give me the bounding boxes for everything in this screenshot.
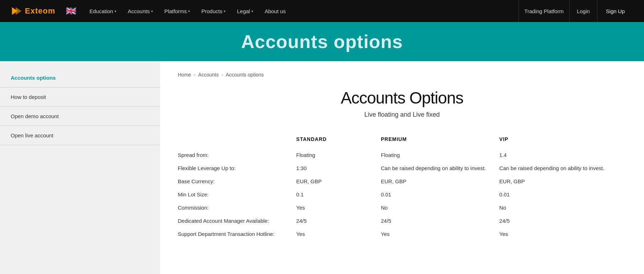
sidebar-item-open-demo[interactable]: Open demo account [0, 107, 160, 126]
col-header-vip: VIP [499, 133, 626, 147]
hero-banner: Accounts options [0, 22, 644, 61]
page-title-section: Accounts Options Live floating and Live … [178, 88, 626, 118]
vip-value: EUR, GBP [499, 175, 626, 188]
breadcrumb-home[interactable]: Home [178, 72, 191, 78]
vip-value: 0.01 [499, 188, 626, 201]
premium-value: EUR, GBP [381, 175, 499, 188]
logo-icon [11, 5, 22, 17]
language-flag[interactable]: 🇬🇧 [66, 6, 76, 16]
nav-login[interactable]: Login [570, 0, 597, 22]
chevron-right-icon: › [222, 72, 223, 77]
comparison-table: STANDARD PREMIUM VIP Spread from: Floati… [178, 133, 626, 241]
vip-value: No [499, 201, 626, 214]
table-body: Spread from: Floating Floating 1.4 Flexi… [178, 147, 626, 241]
table-row: Base Currency: EUR, GBP EUR, GBP EUR, GB… [178, 175, 626, 188]
page-subtitle: Live floating and Live fixed [178, 111, 626, 118]
vip-value: 1.4 [499, 147, 626, 162]
premium-value: Yes [381, 227, 499, 241]
standard-value: Yes [296, 227, 381, 241]
col-header-premium: PREMIUM [381, 133, 499, 147]
content-area: Home › Accounts › Accounts options Accou… [160, 61, 644, 274]
vip-value: 24/5 [499, 214, 626, 227]
sidebar-item-open-live[interactable]: Open live account [0, 126, 160, 145]
logo-text: Exteom [25, 6, 55, 16]
nav-accounts[interactable]: Accounts ▾ [122, 0, 159, 22]
table-row: Commission: Yes No No [178, 201, 626, 214]
standard-value: EUR, GBP [296, 175, 381, 188]
chevron-down-icon: ▾ [115, 9, 116, 13]
logo[interactable]: Exteom [11, 5, 55, 17]
feature-label: Commission: [178, 201, 296, 214]
feature-label: Base Currency: [178, 175, 296, 188]
navbar: Exteom 🇬🇧 Education ▾ Accounts ▾ Platfor… [0, 0, 644, 22]
chevron-right-icon: › [194, 72, 195, 77]
table-row: Spread from: Floating Floating 1.4 [178, 147, 626, 162]
sidebar-item-how-to-deposit[interactable]: How to deposit [0, 88, 160, 107]
nav-products[interactable]: Products ▾ [196, 0, 231, 22]
chevron-down-icon: ▾ [188, 9, 190, 13]
standard-value: 0.1 [296, 188, 381, 201]
breadcrumb: Home › Accounts › Accounts options [178, 72, 626, 78]
standard-value: 24/5 [296, 214, 381, 227]
feature-label: Flexible Leverage Up to: [178, 162, 296, 175]
premium-value: No [381, 201, 499, 214]
feature-label: Spread from: [178, 147, 296, 162]
chevron-down-icon: ▾ [224, 9, 225, 13]
nav-links: Education ▾ Accounts ▾ Platforms ▾ Produ… [84, 0, 633, 22]
nav-trading-platform[interactable]: Trading Platform [518, 0, 570, 22]
table-header-row: STANDARD PREMIUM VIP [178, 133, 626, 147]
premium-value: 24/5 [381, 214, 499, 227]
main-layout: Accounts options How to deposit Open dem… [0, 61, 644, 274]
nav-about[interactable]: About us [259, 0, 291, 22]
premium-value: 0.01 [381, 188, 499, 201]
table-row: Support Department Transaction Hotline: … [178, 227, 626, 241]
sidebar: Accounts options How to deposit Open dem… [0, 61, 160, 274]
standard-value: 1:30 [296, 162, 381, 175]
premium-value: Can be raised depending on ability to in… [381, 162, 499, 175]
chevron-down-icon: ▾ [151, 9, 153, 13]
vip-value: Yes [499, 227, 626, 241]
col-header-standard: STANDARD [296, 133, 381, 147]
feature-label: Dedicated Account Manager Available: [178, 214, 296, 227]
feature-label: Min Lot Size: [178, 188, 296, 201]
vip-value: Can be raised depending on ability to in… [499, 162, 626, 175]
sidebar-item-accounts-options[interactable]: Accounts options [0, 68, 160, 88]
nav-signup[interactable]: Sign Up [597, 0, 633, 22]
premium-value: Floating [381, 147, 499, 162]
nav-platforms[interactable]: Platforms ▾ [159, 0, 196, 22]
page-title: Accounts Options [178, 88, 626, 107]
breadcrumb-accounts[interactable]: Accounts [198, 72, 219, 78]
col-header-feature [178, 133, 296, 147]
table-row: Min Lot Size: 0.1 0.01 0.01 [178, 188, 626, 201]
hero-title: Accounts options [241, 31, 403, 52]
chevron-down-icon: ▾ [251, 9, 253, 13]
feature-label: Support Department Transaction Hotline: [178, 227, 296, 241]
nav-legal[interactable]: Legal ▾ [231, 0, 259, 22]
table-row: Dedicated Account Manager Available: 24/… [178, 214, 626, 227]
standard-value: Yes [296, 201, 381, 214]
standard-value: Floating [296, 147, 381, 162]
svg-marker-1 [16, 7, 21, 15]
nav-education[interactable]: Education ▾ [84, 0, 122, 22]
breadcrumb-current: Accounts options [226, 72, 264, 78]
table-row: Flexible Leverage Up to: 1:30 Can be rai… [178, 162, 626, 175]
